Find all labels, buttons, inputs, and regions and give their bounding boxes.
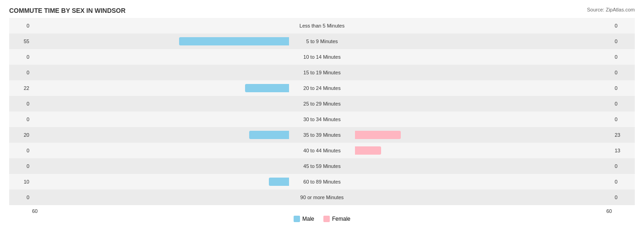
table-row: 0 25 to 29 Minutes 0 [9, 96, 635, 112]
female-side [354, 190, 612, 205]
male-side [32, 127, 290, 143]
female-side [354, 65, 612, 80]
table-row: 10 60 to 89 Minutes 0 [9, 174, 635, 190]
male-value-label: 0 [9, 195, 32, 200]
table-row: 0 90 or more Minutes 0 [9, 190, 635, 205]
bars-center: Less than 5 Minutes [32, 18, 612, 33]
male-value-label: 0 [9, 163, 32, 169]
bars-center: 15 to 19 Minutes [32, 65, 612, 80]
legend-female: Female [323, 216, 350, 222]
male-side [32, 96, 290, 112]
female-value-label: 0 [612, 117, 635, 122]
female-value-label: 0 [612, 23, 635, 28]
chart-container: COMMUTE TIME BY SEX IN WINDSOR Source: Z… [0, 0, 644, 240]
male-bar [179, 37, 289, 45]
female-side [354, 96, 612, 112]
female-side [354, 158, 612, 174]
male-value-label: 0 [9, 23, 32, 28]
table-row: 0 15 to 19 Minutes 0 [9, 65, 635, 80]
male-bar [245, 84, 289, 92]
male-value-label: 22 [9, 85, 32, 91]
bars-center: 30 to 34 Minutes [32, 112, 612, 127]
legend-male: Male [294, 216, 314, 222]
female-side [354, 33, 612, 49]
table-row: 22 20 to 24 Minutes 0 [9, 80, 635, 96]
row-label: 35 to 39 Minutes [290, 132, 354, 138]
table-row: 0 40 to 44 Minutes 13 [9, 143, 635, 158]
male-side [32, 18, 290, 33]
female-value-label: 13 [612, 148, 635, 153]
male-legend-label: Male [302, 216, 314, 222]
row-label: 30 to 34 Minutes [290, 117, 354, 122]
bottom-right-label: 60 [606, 208, 612, 214]
row-label: 45 to 59 Minutes [290, 163, 354, 169]
female-value-label: 23 [612, 132, 635, 138]
male-value-label: 0 [9, 117, 32, 122]
legend-area: Male Female [9, 216, 635, 222]
bottom-labels: 60 60 [9, 208, 635, 214]
bars-center: 45 to 59 Minutes [32, 158, 612, 174]
table-row: 20 35 to 39 Minutes 23 [9, 127, 635, 143]
row-label: 10 to 14 Minutes [290, 54, 354, 60]
male-value-label: 20 [9, 132, 32, 138]
row-label: 5 to 9 Minutes [290, 39, 354, 44]
female-value-label: 0 [612, 39, 635, 44]
male-value-label: 10 [9, 179, 32, 184]
bars-center: 20 to 24 Minutes [32, 80, 612, 96]
bars-center: 25 to 29 Minutes [32, 96, 612, 112]
female-side [354, 80, 612, 96]
female-value-label: 0 [612, 101, 635, 106]
chart-title: COMMUTE TIME BY SEX IN WINDSOR [9, 7, 635, 14]
male-value-label: 0 [9, 54, 32, 60]
bars-center: 10 to 14 Minutes [32, 49, 612, 65]
female-side [354, 49, 612, 65]
row-label: 40 to 44 Minutes [290, 148, 354, 153]
male-side [32, 33, 290, 49]
table-row: 55 5 to 9 Minutes 0 [9, 33, 635, 49]
female-legend-label: Female [332, 216, 350, 222]
row-label: 25 to 29 Minutes [290, 101, 354, 106]
table-row: 0 Less than 5 Minutes 0 [9, 18, 635, 33]
male-value-label: 0 [9, 101, 32, 106]
male-side [32, 190, 290, 205]
female-value-label: 0 [612, 195, 635, 200]
female-value-label: 0 [612, 85, 635, 91]
table-row: 0 10 to 14 Minutes 0 [9, 49, 635, 65]
female-bar [355, 146, 381, 155]
table-row: 0 45 to 59 Minutes 0 [9, 158, 635, 174]
male-color-box [294, 216, 300, 222]
row-label: Less than 5 Minutes [290, 23, 354, 28]
male-value-label: 0 [9, 70, 32, 75]
female-value-label: 0 [612, 163, 635, 169]
bars-center: 90 or more Minutes [32, 190, 612, 205]
male-side [32, 174, 290, 190]
male-side [32, 65, 290, 80]
male-side [32, 112, 290, 127]
female-color-box [323, 216, 330, 222]
female-side [354, 143, 612, 158]
female-side [354, 174, 612, 190]
bars-center: 35 to 39 Minutes [32, 127, 612, 143]
male-bar [249, 131, 289, 139]
table-row: 0 30 to 34 Minutes 0 [9, 112, 635, 127]
male-side [32, 158, 290, 174]
female-value-label: 0 [612, 179, 635, 184]
female-value-label: 0 [612, 54, 635, 60]
male-side [32, 143, 290, 158]
bars-center: 60 to 89 Minutes [32, 174, 612, 190]
chart-area: 0 Less than 5 Minutes 0 55 5 to 9 Minute… [9, 18, 635, 207]
row-label: 15 to 19 Minutes [290, 70, 354, 75]
female-bar [355, 131, 401, 139]
bars-center: 40 to 44 Minutes [32, 143, 612, 158]
female-side [354, 127, 612, 143]
bottom-left-label: 60 [32, 208, 38, 214]
male-value-label: 0 [9, 148, 32, 153]
row-label: 90 or more Minutes [290, 195, 354, 200]
male-side [32, 49, 290, 65]
male-side [32, 80, 290, 96]
male-value-label: 55 [9, 39, 32, 44]
male-bar [269, 178, 289, 186]
female-value-label: 0 [612, 70, 635, 75]
female-side [354, 18, 612, 33]
row-label: 20 to 24 Minutes [290, 85, 354, 91]
